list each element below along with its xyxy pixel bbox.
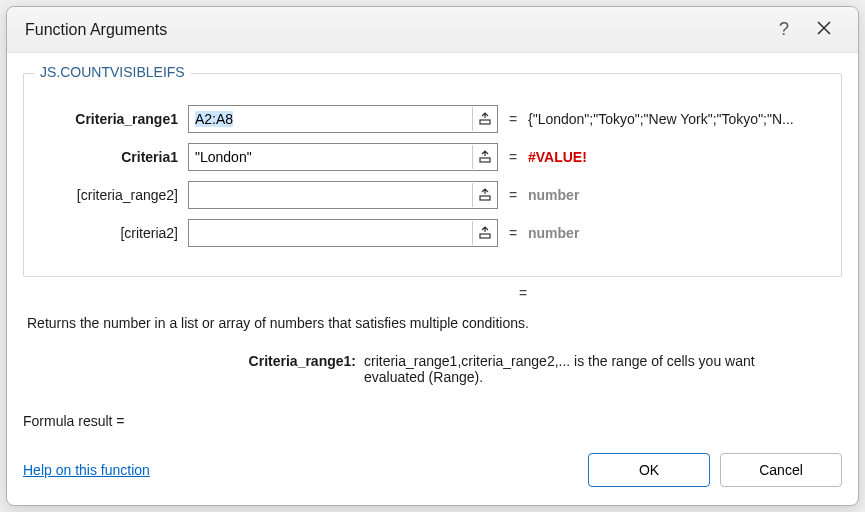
ok-button[interactable]: OK (588, 453, 710, 487)
formula-result: Formula result = (23, 413, 842, 429)
arguments-group: JS.COUNTVISIBLEIFS Criteria_range1={"Lon… (23, 73, 842, 277)
equals-sign: = (498, 187, 528, 203)
collapse-dialog-icon[interactable] (472, 183, 496, 207)
svg-rect-0 (480, 120, 490, 124)
equals-sign: = (498, 225, 528, 241)
current-arg-name: Criteria_range1: (27, 353, 364, 385)
arg-label: [criteria_range2] (38, 187, 188, 203)
arg-input[interactable] (188, 143, 498, 171)
formula-result-label: Formula result = (23, 413, 125, 429)
dialog-title: Function Arguments (25, 21, 167, 39)
function-name: JS.COUNTVISIBLEIFS (34, 64, 191, 80)
arg-row: [criteria2]=number (38, 218, 827, 248)
function-arguments-dialog: Function Arguments ? JS.COUNTVISIBLEIFS … (6, 6, 859, 506)
arg-row: Criteria_range1={"London";"Tokyo";"New Y… (38, 104, 827, 134)
arg-input-wrap (188, 143, 498, 171)
arg-preview: number (528, 225, 827, 241)
arg-input[interactable] (188, 219, 498, 247)
arg-preview: {"London";"Tokyo";"New York";"Tokyo";"N.… (528, 111, 827, 127)
arg-row: Criteria1=#VALUE! (38, 142, 827, 172)
inline-result-eq: = (27, 285, 838, 309)
arg-input[interactable] (188, 181, 498, 209)
equals-sign: = (498, 111, 528, 127)
arg-preview: #VALUE! (528, 149, 827, 165)
current-arg-text: criteria_range1,criteria_range2,... is t… (364, 353, 838, 385)
titlebar: Function Arguments ? (7, 7, 858, 53)
collapse-dialog-icon[interactable] (472, 221, 496, 245)
arg-row: [criteria_range2]=number (38, 180, 827, 210)
cancel-button[interactable]: Cancel (720, 453, 842, 487)
arg-input-wrap (188, 105, 498, 133)
function-description: Returns the number in a list or array of… (27, 315, 838, 331)
collapse-dialog-icon[interactable] (472, 145, 496, 169)
equals-sign: = (498, 149, 528, 165)
description-area: = Returns the number in a list or array … (23, 277, 842, 385)
arg-input-wrap (188, 219, 498, 247)
help-link[interactable]: Help on this function (23, 462, 150, 478)
arg-label: Criteria_range1 (38, 111, 188, 127)
arg-label: [criteria2] (38, 225, 188, 241)
arg-preview: number (528, 187, 827, 203)
close-icon[interactable] (804, 20, 844, 40)
svg-rect-3 (480, 234, 490, 238)
collapse-dialog-icon[interactable] (472, 107, 496, 131)
svg-rect-2 (480, 196, 490, 200)
arg-input-wrap (188, 181, 498, 209)
help-icon[interactable]: ? (764, 19, 804, 40)
svg-rect-1 (480, 158, 490, 162)
arg-label: Criteria1 (38, 149, 188, 165)
arg-input[interactable] (188, 105, 498, 133)
